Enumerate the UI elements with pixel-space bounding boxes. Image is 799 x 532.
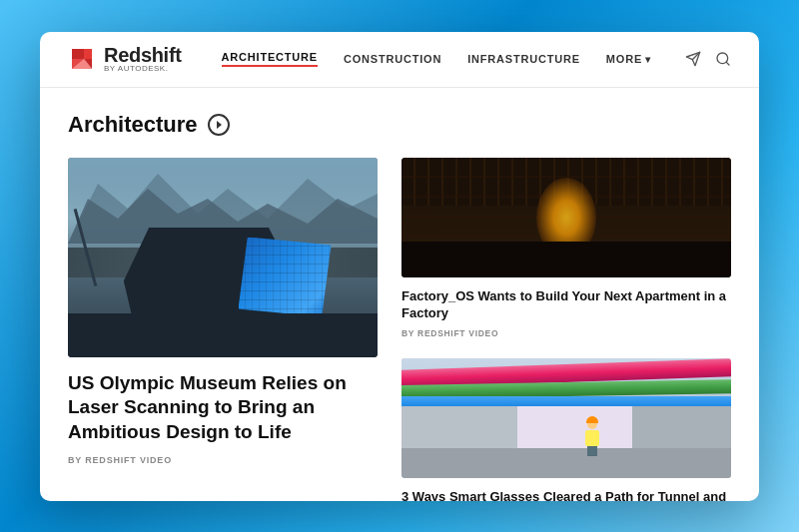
send-icon bbox=[685, 51, 701, 67]
section-arrow-icon[interactable] bbox=[208, 114, 230, 136]
side-article-2-title[interactable]: 3 Ways Smart Glasses Cleared a Path for … bbox=[401, 488, 731, 501]
redshift-logo-icon bbox=[68, 45, 96, 73]
featured-article-byline: BY REDSHIFT VIDEO bbox=[68, 455, 378, 465]
logo-name: Redshift bbox=[104, 45, 182, 65]
nav-icons bbox=[685, 51, 731, 67]
nav-link-architecture[interactable]: ARCHITECTURE bbox=[222, 51, 318, 67]
side-article-1-image[interactable] bbox=[401, 158, 731, 277]
section-title: Architecture bbox=[68, 112, 731, 138]
side-article-1-text: Factory_OS Wants to Build Your Next Apar… bbox=[401, 287, 731, 338]
side-article-1-title[interactable]: Factory_OS Wants to Build Your Next Apar… bbox=[401, 287, 731, 322]
nav-link-infrastructure[interactable]: INFRASTRUCTURE bbox=[467, 53, 580, 65]
browser-window: Redshift by AUTODESK. ARCHITECTURE CONST… bbox=[40, 32, 759, 501]
nav-header: Redshift by AUTODESK. ARCHITECTURE CONST… bbox=[40, 32, 759, 88]
featured-article-title[interactable]: US Olympic Museum Relies on Laser Scanni… bbox=[68, 371, 378, 445]
side-article-2-image[interactable] bbox=[401, 358, 731, 478]
side-article-2: 3 Ways Smart Glasses Cleared a Path for … bbox=[401, 358, 731, 501]
logo-sub: by AUTODESK. bbox=[104, 65, 182, 73]
section-title-text: Architecture bbox=[68, 112, 198, 138]
side-article-2-text: 3 Ways Smart Glasses Cleared a Path for … bbox=[401, 488, 731, 501]
article-grid: US Olympic Museum Relies on Laser Scanni… bbox=[68, 158, 731, 501]
featured-article-image[interactable] bbox=[68, 158, 378, 357]
side-article-1-byline: BY REDSHIFT VIDEO bbox=[401, 328, 731, 338]
chevron-down-icon: ▾ bbox=[645, 54, 651, 65]
main-content: Architecture bbox=[40, 88, 759, 501]
logo-text: Redshift by AUTODESK. bbox=[104, 45, 182, 73]
share-button[interactable] bbox=[685, 51, 701, 67]
logo-area[interactable]: Redshift by AUTODESK. bbox=[68, 45, 182, 73]
side-article-1: Factory_OS Wants to Build Your Next Apar… bbox=[401, 158, 731, 338]
search-button[interactable] bbox=[715, 51, 731, 67]
search-icon bbox=[715, 51, 731, 67]
nav-links: ARCHITECTURE CONSTRUCTION INFRASTRUCTURE… bbox=[222, 51, 685, 67]
svg-marker-8 bbox=[217, 121, 222, 129]
featured-article: US Olympic Museum Relies on Laser Scanni… bbox=[68, 158, 378, 501]
svg-marker-1 bbox=[84, 49, 92, 59]
side-articles: Factory_OS Wants to Build Your Next Apar… bbox=[401, 158, 731, 501]
nav-more-dropdown[interactable]: MORE ▾ bbox=[606, 53, 651, 65]
svg-line-7 bbox=[726, 62, 729, 65]
nav-link-construction[interactable]: CONSTRUCTION bbox=[344, 53, 441, 65]
